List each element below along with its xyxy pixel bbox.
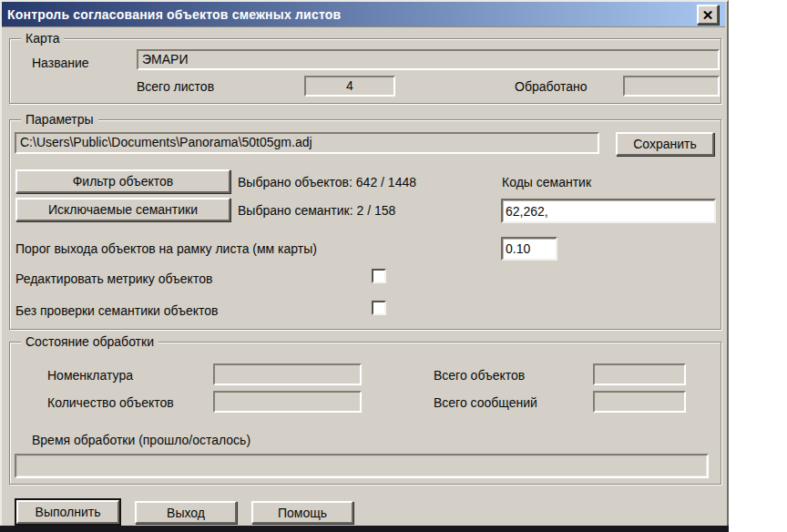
save-button[interactable]: Сохранить xyxy=(616,132,714,156)
processed-field xyxy=(623,76,720,97)
no-semantic-check-checkbox[interactable] xyxy=(372,301,386,315)
titlebar[interactable]: Контроль согласования объектов смежных л… xyxy=(2,2,725,27)
nomenclature-field xyxy=(213,363,362,385)
threshold-label: Порог выхода объектов на рамку листа (мм… xyxy=(15,241,317,256)
map-name-field: ЭМАРИ xyxy=(137,49,720,70)
status-group-title: Состояние обработки xyxy=(21,334,158,349)
semantic-codes-label: Коды семантик xyxy=(502,175,591,189)
exclude-semantics-button[interactable]: Исключаемые семантики xyxy=(15,198,230,221)
semantics-selected-text: Выбрано семантик: 2 / 158 xyxy=(238,203,395,218)
total-sheets-field: 4 xyxy=(304,76,395,97)
time-progress-field xyxy=(15,454,709,478)
total-messages-label: Всего сообщений xyxy=(434,395,537,410)
processed-label: Обработано xyxy=(515,79,588,94)
file-path-field: C:\Users\Public\Documents\Panorama\50t05… xyxy=(15,132,599,154)
time-label: Время обработки (прошло/осталось) xyxy=(32,433,250,447)
close-icon: ✕ xyxy=(702,8,714,22)
semantic-codes-input[interactable] xyxy=(501,199,716,223)
help-button[interactable]: Помощь xyxy=(251,501,353,524)
total-objects-field xyxy=(593,363,686,385)
dialog-window: Контроль согласования объектов смежных л… xyxy=(0,0,729,532)
map-group-title: Карта xyxy=(21,31,64,46)
exit-button[interactable]: Выход xyxy=(135,501,237,524)
total-sheets-label: Всего листов xyxy=(137,79,214,94)
window-bottom-edge xyxy=(0,526,729,532)
nomenclature-label: Номенклатура xyxy=(47,368,133,383)
total-objects-label: Всего объектов xyxy=(434,368,525,383)
edit-metric-checkbox[interactable] xyxy=(372,269,386,283)
execute-button[interactable]: Выполнить xyxy=(16,500,119,524)
total-messages-field xyxy=(593,391,686,413)
object-count-label: Количество объектов xyxy=(47,395,174,410)
object-count-field xyxy=(213,391,362,413)
edit-metric-label: Редактировать метрику объектов xyxy=(15,271,212,286)
objects-selected-text: Выбрано объектов: 642 / 1448 xyxy=(238,175,416,189)
map-name-label: Название xyxy=(32,56,89,70)
threshold-input[interactable] xyxy=(501,237,557,261)
close-button[interactable]: ✕ xyxy=(697,5,719,25)
filter-objects-button[interactable]: Фильтр объектов xyxy=(15,169,230,193)
no-semantic-check-label: Без проверки семантики объектов xyxy=(15,303,218,318)
window-title: Контроль согласования объектов смежных л… xyxy=(2,7,341,22)
params-group-title: Параметры xyxy=(21,112,98,127)
